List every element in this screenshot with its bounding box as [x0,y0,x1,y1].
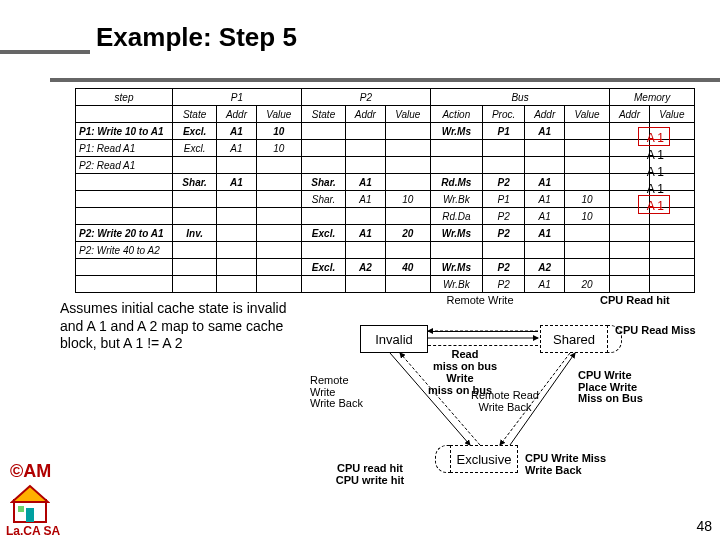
svg-marker-7 [12,486,48,502]
slide-title: Example: Step 5 [90,22,303,53]
lacasa-logo-icon [10,484,50,524]
title-area: Example: Step 5 [0,20,720,54]
svg-rect-8 [26,508,34,522]
svg-line-3 [510,353,575,445]
page-number: 48 [696,518,712,534]
diagram-arrows [300,295,700,505]
copyright-am: ©AM [10,461,51,482]
mem-addr-annotation: A 1 A 1 A 1 A 1 A 1 [647,130,664,215]
svg-line-0 [390,353,470,445]
svg-line-2 [500,353,570,445]
assumption-text: Assumes initial cache state is invalid a… [60,300,290,353]
title-rule-left [0,50,90,54]
trace-table: step P1 P2 Bus Memory StateAddrValue Sta… [75,88,695,293]
svg-rect-9 [18,506,24,512]
lacasa-text: La.CA SA [6,524,60,538]
state-diagram: Invalid Shared Exclusive Remote Write CP… [300,295,700,505]
svg-line-1 [400,353,480,445]
title-rule-right [50,78,720,82]
